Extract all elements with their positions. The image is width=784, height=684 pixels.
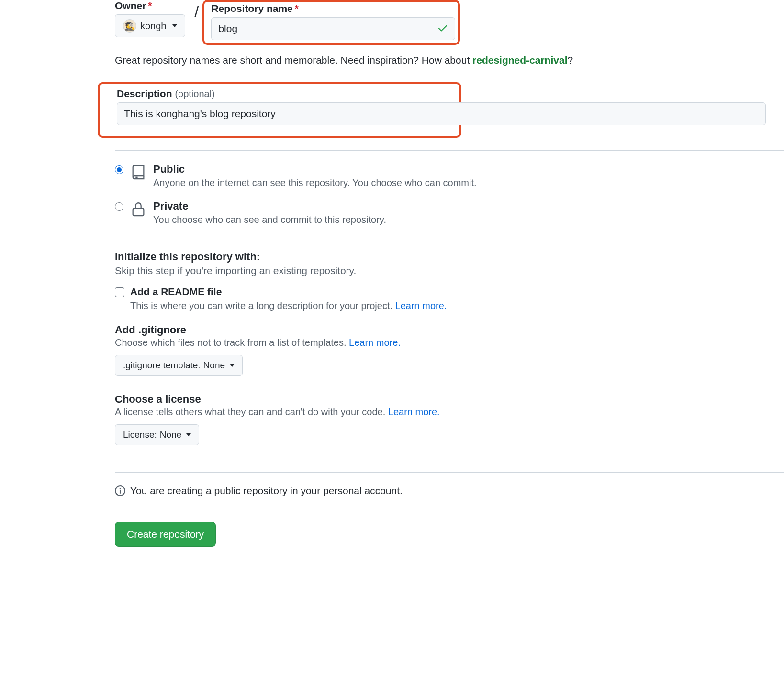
initialize-subtext: Skip this step if you're importing an ex… [115,265,784,276]
readme-checkbox[interactable] [115,287,124,297]
info-icon [115,485,125,496]
repo-name-label: Repository name* [211,3,455,14]
chevron-down-icon [186,433,191,436]
description-label: Description (optional) [117,88,215,99]
gitignore-desc: Choose which files not to track from a l… [115,337,349,348]
visibility-private-desc: You choose who can see and commit to thi… [153,214,386,225]
visibility-public-radio[interactable] [115,165,123,174]
svg-rect-1 [133,208,144,216]
repo-icon [130,163,146,181]
description-input[interactable] [117,102,766,125]
owner-select-button[interactable]: 🕵️ kongh [115,14,185,37]
check-icon [437,22,448,35]
owner-label: Owner* [115,0,185,11]
visibility-public-title: Public [153,163,477,176]
license-learn-more-link[interactable]: Learn more. [388,407,440,417]
gitignore-learn-more-link[interactable]: Learn more. [349,337,401,348]
owner-username: kongh [140,21,167,32]
repo-name-hint: Great repository names are short and mem… [115,55,472,66]
license-select[interactable]: License: None [115,424,199,445]
chevron-down-icon [230,364,235,367]
svg-rect-0 [135,176,137,179]
gitignore-template-select[interactable]: .gitignore template: None [115,355,243,376]
license-heading: Choose a license [115,393,784,406]
initialize-heading: Initialize this repository with: [115,251,784,263]
visibility-private-title: Private [153,200,386,212]
visibility-public-desc: Anyone on the internet can see this repo… [153,177,477,188]
create-repository-button[interactable]: Create repository [115,522,216,547]
readme-desc: This is where you can write a long descr… [130,300,395,311]
visibility-private-radio[interactable] [115,202,123,211]
readme-label: Add a README file [130,286,222,298]
avatar: 🕵️ [123,19,136,33]
license-desc: A license tells others what they can and… [115,407,388,417]
repo-name-suggestion[interactable]: redesigned-carnival [472,55,567,66]
repo-name-input[interactable] [211,17,455,40]
lock-icon [130,200,146,218]
owner-repo-separator: / [192,0,202,23]
chevron-down-icon [172,24,177,27]
gitignore-heading: Add .gitignore [115,324,784,336]
readme-learn-more-link[interactable]: Learn more. [395,300,447,311]
info-text: You are creating a public repository in … [130,485,403,496]
